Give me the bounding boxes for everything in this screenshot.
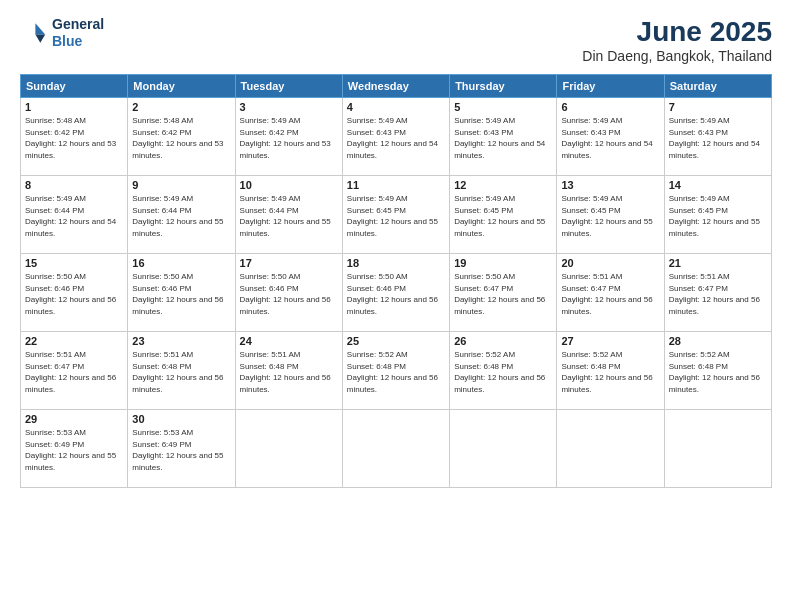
- day-number: 13: [561, 179, 659, 191]
- day-number: 10: [240, 179, 338, 191]
- cell-sun-info: Sunrise: 5:49 AMSunset: 6:43 PMDaylight:…: [561, 115, 659, 161]
- calendar-cell: 7Sunrise: 5:49 AMSunset: 6:43 PMDaylight…: [664, 98, 771, 176]
- calendar-cell: 23Sunrise: 5:51 AMSunset: 6:48 PMDayligh…: [128, 332, 235, 410]
- calendar-cell: 10Sunrise: 5:49 AMSunset: 6:44 PMDayligh…: [235, 176, 342, 254]
- calendar-week-row: 22Sunrise: 5:51 AMSunset: 6:47 PMDayligh…: [21, 332, 772, 410]
- day-of-week-header: Sunday: [21, 75, 128, 98]
- cell-sun-info: Sunrise: 5:51 AMSunset: 6:47 PMDaylight:…: [25, 349, 123, 395]
- cell-sun-info: Sunrise: 5:49 AMSunset: 6:43 PMDaylight:…: [347, 115, 445, 161]
- calendar-week-row: 1Sunrise: 5:48 AMSunset: 6:42 PMDaylight…: [21, 98, 772, 176]
- day-number: 11: [347, 179, 445, 191]
- cell-sun-info: Sunrise: 5:51 AMSunset: 6:48 PMDaylight:…: [240, 349, 338, 395]
- day-number: 28: [669, 335, 767, 347]
- month-title: June 2025: [582, 16, 772, 48]
- cell-sun-info: Sunrise: 5:49 AMSunset: 6:44 PMDaylight:…: [240, 193, 338, 239]
- svg-marker-1: [35, 34, 45, 42]
- day-number: 3: [240, 101, 338, 113]
- cell-sun-info: Sunrise: 5:49 AMSunset: 6:44 PMDaylight:…: [132, 193, 230, 239]
- calendar-cell: [342, 410, 449, 488]
- day-number: 7: [669, 101, 767, 113]
- calendar-cell: 29Sunrise: 5:53 AMSunset: 6:49 PMDayligh…: [21, 410, 128, 488]
- calendar-cell: 27Sunrise: 5:52 AMSunset: 6:48 PMDayligh…: [557, 332, 664, 410]
- calendar-cell: 12Sunrise: 5:49 AMSunset: 6:45 PMDayligh…: [450, 176, 557, 254]
- cell-sun-info: Sunrise: 5:52 AMSunset: 6:48 PMDaylight:…: [454, 349, 552, 395]
- calendar-cell: 18Sunrise: 5:50 AMSunset: 6:46 PMDayligh…: [342, 254, 449, 332]
- day-of-week-header: Wednesday: [342, 75, 449, 98]
- location-title: Din Daeng, Bangkok, Thailand: [582, 48, 772, 64]
- cell-sun-info: Sunrise: 5:49 AMSunset: 6:45 PMDaylight:…: [347, 193, 445, 239]
- day-number: 6: [561, 101, 659, 113]
- calendar-cell: [664, 410, 771, 488]
- logo-line2: Blue: [52, 33, 104, 50]
- calendar-cell: 8Sunrise: 5:49 AMSunset: 6:44 PMDaylight…: [21, 176, 128, 254]
- day-number: 4: [347, 101, 445, 113]
- cell-sun-info: Sunrise: 5:49 AMSunset: 6:45 PMDaylight:…: [669, 193, 767, 239]
- day-number: 21: [669, 257, 767, 269]
- day-number: 2: [132, 101, 230, 113]
- cell-sun-info: Sunrise: 5:49 AMSunset: 6:42 PMDaylight:…: [240, 115, 338, 161]
- calendar-cell: [450, 410, 557, 488]
- cell-sun-info: Sunrise: 5:50 AMSunset: 6:46 PMDaylight:…: [132, 271, 230, 317]
- day-number: 29: [25, 413, 123, 425]
- svg-marker-0: [35, 23, 45, 34]
- calendar-week-row: 15Sunrise: 5:50 AMSunset: 6:46 PMDayligh…: [21, 254, 772, 332]
- cell-sun-info: Sunrise: 5:50 AMSunset: 6:47 PMDaylight:…: [454, 271, 552, 317]
- calendar-cell: 28Sunrise: 5:52 AMSunset: 6:48 PMDayligh…: [664, 332, 771, 410]
- calendar-cell: 19Sunrise: 5:50 AMSunset: 6:47 PMDayligh…: [450, 254, 557, 332]
- calendar-cell: 1Sunrise: 5:48 AMSunset: 6:42 PMDaylight…: [21, 98, 128, 176]
- calendar-cell: 16Sunrise: 5:50 AMSunset: 6:46 PMDayligh…: [128, 254, 235, 332]
- cell-sun-info: Sunrise: 5:51 AMSunset: 6:47 PMDaylight:…: [561, 271, 659, 317]
- day-of-week-header: Monday: [128, 75, 235, 98]
- calendar-header-row: SundayMondayTuesdayWednesdayThursdayFrid…: [21, 75, 772, 98]
- logo-icon: [20, 19, 48, 47]
- cell-sun-info: Sunrise: 5:48 AMSunset: 6:42 PMDaylight:…: [132, 115, 230, 161]
- cell-sun-info: Sunrise: 5:53 AMSunset: 6:49 PMDaylight:…: [25, 427, 123, 473]
- day-number: 9: [132, 179, 230, 191]
- calendar-cell: 5Sunrise: 5:49 AMSunset: 6:43 PMDaylight…: [450, 98, 557, 176]
- day-of-week-header: Tuesday: [235, 75, 342, 98]
- calendar-cell: 3Sunrise: 5:49 AMSunset: 6:42 PMDaylight…: [235, 98, 342, 176]
- calendar-cell: 6Sunrise: 5:49 AMSunset: 6:43 PMDaylight…: [557, 98, 664, 176]
- day-number: 15: [25, 257, 123, 269]
- calendar: SundayMondayTuesdayWednesdayThursdayFrid…: [20, 74, 772, 488]
- calendar-cell: 15Sunrise: 5:50 AMSunset: 6:46 PMDayligh…: [21, 254, 128, 332]
- day-number: 24: [240, 335, 338, 347]
- cell-sun-info: Sunrise: 5:53 AMSunset: 6:49 PMDaylight:…: [132, 427, 230, 473]
- calendar-cell: [235, 410, 342, 488]
- day-number: 27: [561, 335, 659, 347]
- cell-sun-info: Sunrise: 5:52 AMSunset: 6:48 PMDaylight:…: [347, 349, 445, 395]
- calendar-cell: 26Sunrise: 5:52 AMSunset: 6:48 PMDayligh…: [450, 332, 557, 410]
- calendar-cell: 20Sunrise: 5:51 AMSunset: 6:47 PMDayligh…: [557, 254, 664, 332]
- calendar-cell: 4Sunrise: 5:49 AMSunset: 6:43 PMDaylight…: [342, 98, 449, 176]
- header: General Blue June 2025 Din Daeng, Bangko…: [20, 16, 772, 64]
- cell-sun-info: Sunrise: 5:49 AMSunset: 6:43 PMDaylight:…: [669, 115, 767, 161]
- day-number: 18: [347, 257, 445, 269]
- calendar-cell: 9Sunrise: 5:49 AMSunset: 6:44 PMDaylight…: [128, 176, 235, 254]
- calendar-cell: 17Sunrise: 5:50 AMSunset: 6:46 PMDayligh…: [235, 254, 342, 332]
- cell-sun-info: Sunrise: 5:48 AMSunset: 6:42 PMDaylight:…: [25, 115, 123, 161]
- cell-sun-info: Sunrise: 5:51 AMSunset: 6:47 PMDaylight:…: [669, 271, 767, 317]
- cell-sun-info: Sunrise: 5:51 AMSunset: 6:48 PMDaylight:…: [132, 349, 230, 395]
- day-of-week-header: Saturday: [664, 75, 771, 98]
- day-number: 30: [132, 413, 230, 425]
- calendar-body: 1Sunrise: 5:48 AMSunset: 6:42 PMDaylight…: [21, 98, 772, 488]
- calendar-cell: 11Sunrise: 5:49 AMSunset: 6:45 PMDayligh…: [342, 176, 449, 254]
- day-number: 8: [25, 179, 123, 191]
- day-number: 16: [132, 257, 230, 269]
- day-of-week-header: Friday: [557, 75, 664, 98]
- title-block: June 2025 Din Daeng, Bangkok, Thailand: [582, 16, 772, 64]
- calendar-cell: 21Sunrise: 5:51 AMSunset: 6:47 PMDayligh…: [664, 254, 771, 332]
- day-number: 12: [454, 179, 552, 191]
- day-number: 1: [25, 101, 123, 113]
- cell-sun-info: Sunrise: 5:50 AMSunset: 6:46 PMDaylight:…: [240, 271, 338, 317]
- calendar-cell: 24Sunrise: 5:51 AMSunset: 6:48 PMDayligh…: [235, 332, 342, 410]
- calendar-week-row: 29Sunrise: 5:53 AMSunset: 6:49 PMDayligh…: [21, 410, 772, 488]
- logo: General Blue: [20, 16, 104, 50]
- logo-text: General Blue: [52, 16, 104, 50]
- day-number: 26: [454, 335, 552, 347]
- calendar-cell: 25Sunrise: 5:52 AMSunset: 6:48 PMDayligh…: [342, 332, 449, 410]
- day-of-week-header: Thursday: [450, 75, 557, 98]
- calendar-week-row: 8Sunrise: 5:49 AMSunset: 6:44 PMDaylight…: [21, 176, 772, 254]
- cell-sun-info: Sunrise: 5:49 AMSunset: 6:43 PMDaylight:…: [454, 115, 552, 161]
- day-number: 14: [669, 179, 767, 191]
